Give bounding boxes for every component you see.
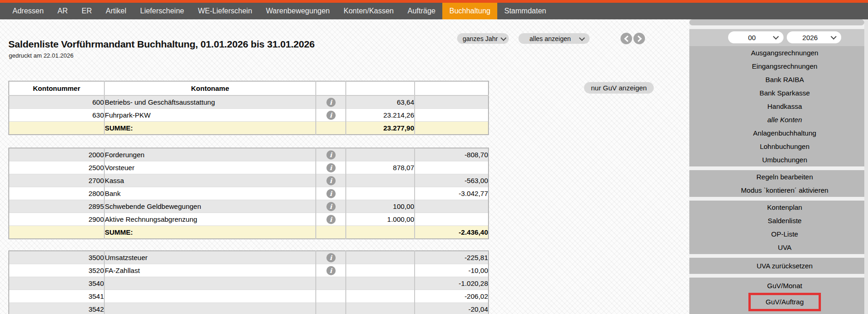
sidebar-panel-uva-reset: UVA zurücksetzen <box>689 258 864 274</box>
next-period-button[interactable] <box>633 33 645 44</box>
balance-table-group-1: Kontonummer Kontoname 600Betriebs- und G… <box>8 81 488 135</box>
month-select[interactable]: 00 <box>728 31 784 43</box>
info-icon[interactable]: i <box>326 215 336 224</box>
balance-credit <box>415 200 488 213</box>
chevron-down-icon <box>773 34 779 40</box>
sidebar-item-bank-raiba[interactable]: Bank RAIBA <box>705 73 864 86</box>
summe-empty <box>316 226 346 239</box>
info-icon[interactable]: i <box>326 189 336 198</box>
balance-debit <box>346 264 415 277</box>
column-header-kontonummer: Kontonummer <box>9 81 104 95</box>
info-icon[interactable]: i <box>326 150 336 160</box>
nav-tab-adressen[interactable]: Adressen <box>6 3 51 19</box>
sidebar-item-op-liste[interactable]: OP-Liste <box>705 227 864 241</box>
info-icon[interactable]: i <box>326 98 336 107</box>
period-select[interactable]: ganzes Jahr <box>457 33 509 44</box>
table-row: 3540-1.020,28 <box>9 277 488 290</box>
info-icon[interactable]: i <box>326 111 336 120</box>
top-navigation: AdressenARERArtikelLieferscheineWE-Liefe… <box>0 0 868 19</box>
account-number: 2700 <box>9 174 104 187</box>
sidebar-item-uva-zur-cksetzen[interactable]: UVA zurücksetzen <box>705 258 864 274</box>
nav-tab-warenbewegungen[interactable]: Warenbewegungen <box>259 3 337 19</box>
sidebar-item-saldenliste[interactable]: Saldenliste <box>705 214 864 227</box>
sidebar-item-modus-kontieren-aktivieren[interactable]: Modus `kontieren´ aktivieren <box>705 184 864 197</box>
info-icon[interactable]: i <box>326 266 336 275</box>
filter-select[interactable]: alles anzeigen <box>518 33 590 44</box>
account-name: Fuhrpark-PKW <box>104 109 316 122</box>
summe-empty <box>9 226 104 239</box>
sidebar-item-ausgangsrechnungen[interactable]: Ausgangsrechnungen <box>705 46 864 59</box>
nav-tab-konten-kassen[interactable]: Konten/Kassen <box>337 3 401 19</box>
sidebar-item-umbuchungen[interactable]: Umbuchungen <box>705 153 864 166</box>
sidebar-item-anlagenbuchhaltung[interactable]: Anlagenbuchhaltung <box>705 126 864 140</box>
month-select-value: 00 <box>734 34 770 41</box>
table-row: 2700Kassai-563,00 <box>9 174 488 187</box>
info-cell: i <box>316 187 346 200</box>
table-row: 2500Vorsteueri878,07 <box>9 161 488 174</box>
info-cell: i <box>316 95 346 109</box>
account-number: 3500 <box>9 251 104 264</box>
nav-tab-buchhaltung[interactable]: Buchhaltung <box>442 3 497 19</box>
table-row: 3542-20,04 <box>9 303 488 314</box>
summe-credit: -2.436,40 <box>415 226 488 239</box>
balance-debit <box>346 277 415 290</box>
account-name: FA-Zahllast <box>104 264 316 277</box>
summe-row: SUMME:23.277,90 <box>9 122 488 135</box>
table-header-row: Kontonummer Kontoname <box>9 81 488 95</box>
nav-tab-bar: AdressenARERArtikelLieferscheineWE-Liefe… <box>0 3 868 19</box>
table-row: 630Fuhrpark-PKWi23.214,26 <box>9 109 488 122</box>
sidebar-item-lohnbuchungen[interactable]: Lohnbuchungen <box>705 140 864 153</box>
info-cell: i <box>316 174 346 187</box>
sidebar-item-alle-konten[interactable]: alle Konten <box>705 113 864 126</box>
info-cell: i <box>316 148 346 161</box>
sidebar-item-guv-auftrag[interactable]: GuV/Auftrag <box>751 295 819 309</box>
balance-credit: -10,00 <box>415 264 488 277</box>
balance-credit: -563,00 <box>415 174 488 187</box>
column-header-info <box>316 81 346 95</box>
account-number: 3540 <box>9 277 104 290</box>
account-name: Umsatzsteuer <box>104 251 316 264</box>
balance-credit <box>415 213 488 226</box>
info-icon[interactable]: i <box>326 176 336 185</box>
balance-credit: -3.042,77 <box>415 187 488 200</box>
sidebar-item-kontenplan[interactable]: Kontenplan <box>705 201 864 214</box>
year-select[interactable]: 2026 <box>787 31 841 43</box>
balance-debit <box>346 174 415 187</box>
nav-tab-ar[interactable]: AR <box>51 3 75 19</box>
sidebar-item-regeln-bearbeiten[interactable]: Regeln bearbeiten <box>705 170 864 184</box>
info-icon[interactable]: i <box>326 202 336 211</box>
balance-credit: -20,04 <box>415 303 488 314</box>
sidebar-item-handkassa[interactable]: Handkassa <box>705 100 864 113</box>
balance-credit <box>415 95 488 109</box>
nav-tab-er[interactable]: ER <box>75 3 99 19</box>
sidebar-item-guv-monat[interactable]: GuV/Monat <box>705 279 864 293</box>
account-number: 2900 <box>9 213 104 226</box>
balance-debit: 63,64 <box>346 95 415 109</box>
nav-tab-lieferscheine[interactable]: Lieferscheine <box>133 3 191 19</box>
prev-period-button[interactable] <box>621 33 632 44</box>
nav-tab-stammdaten[interactable]: Stammdaten <box>497 3 553 19</box>
balance-credit <box>415 109 488 122</box>
balance-credit: -206,02 <box>415 290 488 303</box>
sidebar-item-uva[interactable]: UVA <box>705 241 864 254</box>
right-edge-strip <box>864 19 868 314</box>
nav-tab-auftr-ge[interactable]: Aufträge <box>401 3 442 19</box>
info-icon[interactable]: i <box>326 253 336 262</box>
balance-table-group-2: 2000Forderungeni-808,702500Vorsteueri878… <box>8 148 488 239</box>
horizontal-scrollbar[interactable] <box>689 19 864 25</box>
sidebar-select-band: 00 2026 <box>689 29 864 46</box>
account-number: 2895 <box>9 200 104 213</box>
nav-tab-artikel[interactable]: Artikel <box>99 3 133 19</box>
show-guv-only-button[interactable]: nur GuV anzeigen <box>584 82 654 94</box>
nav-tab-we-lieferschein[interactable]: WE-Lieferschein <box>191 3 259 19</box>
sidebar-item-bank-sparkasse[interactable]: Bank Sparkasse <box>705 86 864 100</box>
chevron-down-icon <box>579 35 585 41</box>
sidebar-item-eingangsrechnungen[interactable]: Eingangsrechnungen <box>705 59 864 73</box>
info-icon[interactable]: i <box>326 163 336 172</box>
table-row: 3541-206,02 <box>9 290 488 303</box>
balance-debit: 878,07 <box>346 161 415 174</box>
info-cell: i <box>316 264 346 277</box>
table-row: 3520FA-Zahllasti-10,00 <box>9 264 488 277</box>
sidebar-panel-guv: GuV/MonatGuV/Auftrag <box>689 278 864 314</box>
account-name <box>104 303 316 314</box>
